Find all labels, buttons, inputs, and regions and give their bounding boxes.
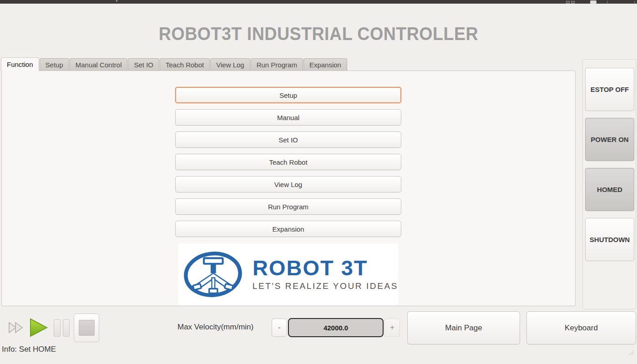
robot3t-logo-mark-icon — [182, 245, 244, 304]
expansion-button[interactable]: Expansion — [175, 221, 401, 237]
tab-set-io[interactable]: Set IO — [128, 58, 159, 71]
robot3t-logo: ROBOT 3T LET'S REALIZE YOUR IDEAS — [178, 243, 398, 305]
power-on-button[interactable]: POWER ON — [585, 118, 634, 161]
teach-robot-button[interactable]: Teach Robot — [175, 154, 401, 170]
layout-indicator-icon[interactable] — [571, 1, 575, 4]
logo-text-block: ROBOT 3T LET'S REALIZE YOUR IDEAS — [253, 258, 398, 291]
fast-forward-icon[interactable] — [8, 321, 25, 335]
tab-function[interactable]: Function — [1, 57, 39, 71]
tab-run-program[interactable]: Run Program — [251, 58, 303, 71]
setup-button[interactable]: Setup — [175, 87, 401, 103]
play-icon[interactable] — [29, 318, 48, 338]
battery-indicator-icon[interactable] — [590, 0, 597, 4]
tab-bar: Function Setup Manual Control Set IO Tea… — [1, 57, 348, 71]
tab-expansion[interactable]: Expansion — [303, 58, 347, 71]
stop-button[interactable] — [74, 313, 99, 342]
tab-view-log[interactable]: View Log — [210, 58, 250, 71]
logo-brand-text: ROBOT 3T — [253, 258, 401, 278]
function-menu: Setup Manual Set IO Teach Robot View Log… — [175, 87, 401, 243]
function-tab-panel: Setup Manual Set IO Teach Robot View Log… — [1, 71, 576, 306]
main-page-button[interactable]: Main Page — [407, 311, 520, 344]
run-program-button[interactable]: Run Program — [175, 198, 401, 215]
keyboard-button[interactable]: Keyboard — [526, 311, 636, 344]
velocity-value-field[interactable]: 42000.0 — [288, 318, 384, 337]
manual-button[interactable]: Manual — [175, 109, 401, 126]
logo-tagline-text: LET'S REALIZE YOUR IDEAS — [253, 281, 398, 291]
system-top-bar — [0, 0, 637, 4]
status-indicator-icon[interactable] — [634, 1, 635, 3]
set-io-button[interactable]: Set IO — [175, 131, 401, 148]
layout-indicator-icon[interactable] — [566, 1, 570, 4]
velocity-increment-button[interactable]: + — [384, 318, 400, 337]
tab-manual-control[interactable]: Manual Control — [70, 58, 128, 71]
pause-icon[interactable] — [63, 319, 70, 337]
machine-state-panel: ESTOP OFF POWER ON HOMED SHUTDOWN — [582, 59, 636, 309]
shutdown-button[interactable]: SHUTDOWN — [585, 218, 634, 261]
page-title: ROBOT3T INDUSTRIAL CONTROLLER — [19, 24, 618, 44]
homed-button[interactable]: HOMED — [585, 168, 634, 211]
max-velocity-label: Max Velocity(mm/min) — [177, 323, 253, 332]
resize-grip-icon[interactable] — [628, 349, 634, 356]
estop-off-button[interactable]: ESTOP OFF — [585, 68, 634, 111]
tab-teach-robot[interactable]: Teach Robot — [160, 58, 210, 71]
panel-glyph — [116, 0, 117, 2]
status-info-text: Info: Set HOME — [2, 345, 56, 354]
pause-icon[interactable] — [54, 319, 61, 337]
velocity-decrement-button[interactable]: - — [272, 318, 287, 337]
tab-setup[interactable]: Setup — [40, 58, 69, 71]
status-indicator-icon[interactable] — [607, 1, 608, 3]
stop-icon — [79, 320, 95, 336]
view-log-button[interactable]: View Log — [175, 176, 401, 192]
